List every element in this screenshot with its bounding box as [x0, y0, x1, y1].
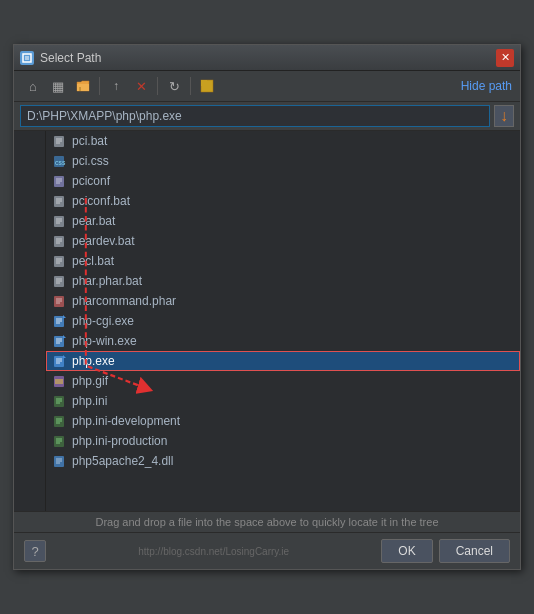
list-item[interactable]: pear.bat	[46, 211, 520, 231]
path-go-button[interactable]: ↓	[494, 105, 514, 127]
file-type-icon	[52, 293, 68, 309]
list-item[interactable]: php-win.exe	[46, 331, 520, 351]
svg-rect-7	[54, 136, 64, 147]
list-item[interactable]: php.exe	[46, 351, 520, 371]
file-type-icon	[52, 233, 68, 249]
list-item[interactable]: php.ini	[46, 391, 520, 411]
list-item[interactable]: peardev.bat	[46, 231, 520, 251]
svg-rect-51	[54, 356, 64, 367]
file-name: pecl.bat	[72, 254, 114, 268]
file-type-icon	[52, 333, 68, 349]
svg-rect-17	[54, 196, 64, 207]
svg-rect-70	[54, 456, 64, 467]
svg-marker-50	[63, 335, 66, 338]
file-type-icon	[52, 213, 68, 229]
view-icon	[200, 79, 214, 93]
home-button[interactable]: ⌂	[22, 75, 44, 97]
folder-icon	[76, 79, 90, 93]
file-type-icon	[52, 173, 68, 189]
file-type-icon	[52, 253, 68, 269]
file-type-icon	[52, 373, 68, 389]
file-name: php.exe	[72, 354, 115, 368]
list-item[interactable]: pciconf	[46, 171, 520, 191]
file-name: pear.bat	[72, 214, 115, 228]
list-view-icon: ▦	[52, 79, 64, 94]
svg-rect-62	[54, 416, 64, 427]
delete-button[interactable]: ✕	[130, 75, 152, 97]
hide-path-link[interactable]: Hide path	[461, 79, 512, 93]
svg-rect-5	[201, 80, 207, 86]
list-item[interactable]: php.gif	[46, 371, 520, 391]
file-name: pciconf	[72, 174, 110, 188]
up-button[interactable]: ↑	[105, 75, 127, 97]
file-list[interactable]: pci.batCSSpci.csspciconfpciconf.batpear.…	[46, 131, 520, 511]
svg-rect-37	[54, 296, 64, 307]
list-item[interactable]: pecl.bat	[46, 251, 520, 271]
svg-rect-21	[54, 216, 64, 227]
bottom-bar: ? http://blog.csdn.net/LosingCarry.ie OK…	[14, 532, 520, 569]
dialog-title: Select Path	[40, 51, 101, 65]
list-item[interactable]: pciconf.bat	[46, 191, 520, 211]
file-name: php-cgi.exe	[72, 314, 134, 328]
up-icon: ↑	[113, 79, 119, 93]
list-item[interactable]: CSSpci.css	[46, 151, 520, 171]
delete-icon: ✕	[136, 79, 147, 94]
help-button[interactable]: ?	[24, 540, 46, 562]
file-type-icon	[52, 393, 68, 409]
file-name: php.ini	[72, 394, 107, 408]
file-name: php.gif	[72, 374, 108, 388]
file-type-icon	[52, 133, 68, 149]
toolbar: ⌂ ▦ ↑ ✕ ↻	[14, 71, 520, 102]
svg-rect-25	[54, 236, 64, 247]
svg-rect-33	[54, 276, 64, 287]
bottom-left: ?	[24, 540, 46, 562]
list-item[interactable]: pci.bat	[46, 131, 520, 151]
view-button[interactable]	[196, 75, 218, 97]
path-input[interactable]	[20, 105, 490, 127]
svg-rect-0	[23, 54, 31, 62]
bottom-right: OK Cancel	[381, 539, 510, 563]
file-type-icon: CSS	[52, 153, 68, 169]
toolbar-separator-1	[99, 77, 100, 95]
go-icon: ↓	[500, 107, 508, 125]
toolbar-buttons: ⌂ ▦ ↑ ✕ ↻	[22, 75, 218, 97]
svg-rect-58	[54, 396, 64, 407]
svg-text:CSS: CSS	[55, 160, 66, 166]
file-name: pci.bat	[72, 134, 107, 148]
title-bar-left: Select Path	[20, 51, 101, 65]
file-name: pharcommand.phar	[72, 294, 176, 308]
ok-button[interactable]: OK	[381, 539, 432, 563]
list-item[interactable]: php-cgi.exe	[46, 311, 520, 331]
refresh-button[interactable]: ↻	[163, 75, 185, 97]
file-type-icon	[52, 453, 68, 469]
file-name: pciconf.bat	[72, 194, 130, 208]
svg-rect-66	[54, 436, 64, 447]
refresh-icon: ↻	[169, 79, 180, 94]
svg-rect-46	[54, 336, 64, 347]
file-type-icon	[52, 413, 68, 429]
list-item[interactable]: php.ini-production	[46, 431, 520, 451]
toolbar-separator-3	[190, 77, 191, 95]
toolbar-separator-2	[157, 77, 158, 95]
svg-marker-55	[63, 355, 66, 358]
list-item[interactable]: pharcommand.phar	[46, 291, 520, 311]
watermark-text: http://blog.csdn.net/LosingCarry.ie	[138, 546, 289, 557]
list-item[interactable]: php.ini-development	[46, 411, 520, 431]
close-button[interactable]: ✕	[496, 49, 514, 67]
folder-button[interactable]	[72, 75, 94, 97]
file-name: php5apache2_4.dll	[72, 454, 173, 468]
main-content: pci.batCSSpci.csspciconfpciconf.batpear.…	[14, 131, 520, 511]
file-type-icon	[52, 353, 68, 369]
title-bar: Select Path ✕	[14, 45, 520, 71]
file-name: php.ini-development	[72, 414, 180, 428]
file-type-icon	[52, 433, 68, 449]
file-name: phar.phar.bat	[72, 274, 142, 288]
list-item[interactable]: phar.phar.bat	[46, 271, 520, 291]
list-item[interactable]: php5apache2_4.dll	[46, 451, 520, 471]
status-text: Drag and drop a file into the space abov…	[95, 516, 438, 528]
file-name: php.ini-production	[72, 434, 167, 448]
svg-rect-41	[54, 316, 64, 327]
file-name: pci.css	[72, 154, 109, 168]
list-view-button[interactable]: ▦	[47, 75, 69, 97]
cancel-button[interactable]: Cancel	[439, 539, 510, 563]
